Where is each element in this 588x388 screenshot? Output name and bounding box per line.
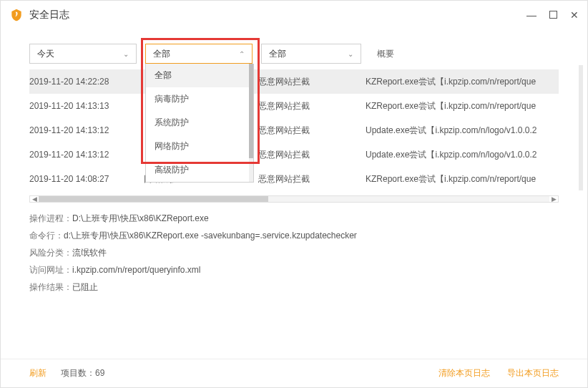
table-row[interactable]: 2019-11-20 14:22:28 恶意网站拦截 KZReport.exe尝… [29,69,559,94]
detail-value-cmd: d:\上班专用\快压\x86\KZReport.exe -savekunbang… [64,231,357,241]
app-logo-icon [9,8,24,22]
export-logs-button[interactable]: 导出本页日志 [507,367,559,379]
cell-summary: Update.exe尝试【i.kpzip.com/n/logo/v1.0.0.2 [366,125,559,137]
cell-time: 2019-11-20 14:22:28 [29,77,144,87]
table-row[interactable]: 2019-11-20 14:13:13 恶意网站拦截 KZReport.exe尝… [29,94,559,118]
chevron-up-icon: ⌃ [239,50,245,58]
column-summary-header: 概要 [370,44,401,64]
scroll-right-icon[interactable]: ▶ [549,195,558,203]
filter-module-dropdown: 全部 病毒防护 系统防护 网络防护 高级防护 [145,64,254,183]
filter-module-select[interactable]: 全部 ⌃ [145,44,253,64]
detail-key-url: 访问网址： [29,265,72,275]
window-controls: — ✕ [526,10,579,20]
filter-module-label: 全部 [153,48,170,60]
detail-key-process: 操作进程： [29,213,72,223]
dropdown-item[interactable]: 高级防护 [146,158,253,182]
detail-value-url: i.kpzip.com/n/report/queryinfo.xml [72,265,200,275]
minimize-button[interactable]: — [526,10,536,20]
dropdown-item[interactable]: 系统防护 [146,111,253,135]
dropdown-item[interactable]: 病毒防护 [146,87,253,111]
scroll-left-icon[interactable]: ◀ [30,195,39,203]
chevron-down-icon: ⌄ [123,50,129,58]
item-count-label: 项目数：69 [61,367,104,379]
cell-time: 2019-11-20 14:13:13 [29,101,144,111]
filter-type-label: 全部 [269,48,286,60]
table-row[interactable]: 2019-11-20 14:13:12 恶意网站拦截 Update.exe尝试【… [29,142,559,167]
footer-bar: 刷新 项目数：69 清除本页日志 导出本页日志 [1,359,587,387]
cell-time: 2019-11-20 14:13:12 [29,125,144,135]
cell-time: 2019-11-20 14:13:12 [29,150,144,160]
cell-type: 恶意网站拦截 [258,125,366,137]
clear-logs-button[interactable]: 清除本页日志 [438,367,490,379]
window-title: 安全日志 [29,9,526,21]
title-bar: 安全日志 — ✕ [1,1,587,29]
detail-key-risk: 风险分类： [29,248,72,258]
detail-key-result: 操作结果： [29,282,72,292]
cell-time: 2019-11-20 14:08:27 [29,174,144,184]
detail-value-process: D:\上班专用\快压\x86\KZReport.exe [72,213,209,223]
log-table: 2019-11-20 14:22:28 恶意网站拦截 KZReport.exe尝… [1,69,587,191]
table-row[interactable]: 2019-11-20 14:08:27 网络防护 恶意网站拦截 KZReport… [29,167,559,191]
cell-summary: KZReport.exe尝试【i.kpzip.com/n/report/que [366,100,559,112]
dropdown-item[interactable]: 全部 [146,64,253,87]
dropdown-item[interactable]: 网络防护 [146,135,253,158]
cell-type: 恶意网站拦截 [258,149,366,161]
detail-value-risk: 流氓软件 [72,248,107,258]
detail-key-cmd: 命令行： [29,231,64,241]
cell-type: 恶意网站拦截 [258,76,366,88]
filter-bar: 今天 ⌄ 全部 ⌃ 全部 ⌄ 概要 [1,29,587,69]
maximize-button[interactable] [549,10,557,20]
scroll-thumb[interactable] [39,196,268,202]
chevron-down-icon: ⌄ [348,50,353,58]
vertical-scrollbar[interactable] [579,65,583,190]
close-button[interactable]: ✕ [570,10,579,20]
filter-date-select[interactable]: 今天 ⌄ [29,44,137,64]
horizontal-scrollbar[interactable]: ◀ ▶ [29,195,559,203]
cell-type: 恶意网站拦截 [258,100,366,112]
dropdown-scrollbar[interactable] [249,64,253,182]
cell-summary: KZReport.exe尝试【i.kpzip.com/n/report/que [366,76,559,88]
table-row[interactable]: 2019-11-20 14:13:12 恶意网站拦截 Update.exe尝试【… [29,118,559,142]
filter-type-select[interactable]: 全部 ⌄ [261,44,361,64]
refresh-button[interactable]: 刷新 [29,367,46,379]
cell-type: 恶意网站拦截 [258,173,366,185]
detail-panel: 操作进程：D:\上班专用\快压\x86\KZReport.exe 命令行：d:\… [1,203,587,303]
detail-value-result: 已阻止 [72,282,98,292]
cell-summary: KZReport.exe尝试【i.kpzip.com/n/report/que [366,173,559,185]
filter-date-label: 今天 [37,48,54,60]
scroll-track[interactable] [39,196,549,202]
summary-header-label: 概要 [377,48,394,60]
cell-summary: Update.exe尝试【i.kpzip.com/n/logo/v1.0.0.2 [366,149,559,161]
